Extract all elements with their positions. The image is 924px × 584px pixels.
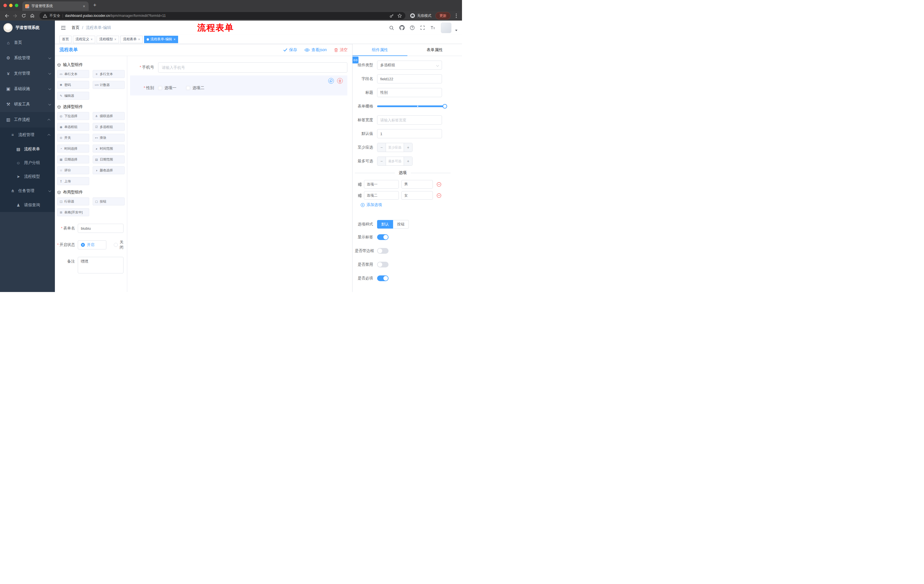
palette-item-time-range[interactable]: ◕时间范围	[92, 145, 125, 153]
copy-field-button[interactable]	[328, 78, 334, 84]
user-avatar[interactable]	[441, 23, 451, 33]
sidebar-item-task-mgmt[interactable]: ⋔ 任务管理	[0, 183, 55, 198]
reload-icon[interactable]	[20, 12, 28, 20]
required-switch[interactable]	[377, 275, 389, 281]
palette-item-color-picker[interactable]: ◑颜色选择	[92, 166, 125, 174]
view-json-button[interactable]: 查看json	[304, 48, 327, 53]
canvas-field-phone[interactable]: 手机号	[130, 62, 347, 72]
remove-option-button[interactable]	[437, 193, 441, 198]
palette-item-table[interactable]: ⊞表格[开发中]	[57, 208, 89, 216]
font-size-icon[interactable]	[429, 24, 437, 32]
checkbox-icon[interactable]	[186, 86, 190, 90]
palette-item-counter[interactable]: 123计数器	[92, 81, 125, 89]
checkbox-icon[interactable]	[158, 86, 162, 90]
update-button[interactable]: 更新	[436, 12, 450, 20]
new-tab-button[interactable]: +	[93, 2, 96, 9]
close-icon[interactable]: ×	[91, 38, 92, 41]
close-icon[interactable]: ×	[173, 38, 175, 41]
security-warning-icon[interactable]	[43, 14, 47, 18]
palette-item-checkbox-group[interactable]: ☑多选框组	[92, 123, 125, 131]
tag-process-definition[interactable]: 流程定义 ×	[73, 36, 95, 43]
sidebar-item-leave-query[interactable]: ♟ 请假查询	[0, 198, 55, 212]
palette-item-time-picker[interactable]: ◔时间选择	[57, 145, 89, 153]
form-remark-textarea[interactable]: 嘿嘿	[78, 257, 124, 273]
palette-item-multi-line-text[interactable]: ≡多行文本	[92, 70, 125, 78]
save-button[interactable]: 保存	[283, 48, 297, 53]
tab-form-props[interactable]: 表单属性	[408, 44, 462, 56]
style-button-button[interactable]: 按钮	[393, 220, 409, 229]
label-width-input[interactable]	[377, 115, 442, 125]
option-label-input[interactable]	[364, 180, 399, 189]
field-name-input[interactable]	[377, 74, 442, 84]
form-grid-slider[interactable]	[377, 102, 445, 111]
tag-process-model[interactable]: 流程模型 ×	[97, 36, 119, 43]
gender-option-1[interactable]: 选项一	[158, 86, 177, 90]
component-type-select[interactable]: 多选框组	[377, 61, 442, 70]
help-icon[interactable]	[408, 24, 416, 32]
minus-button[interactable]: −	[377, 157, 386, 165]
option-value-input[interactable]	[401, 191, 433, 200]
palette-item-row-container[interactable]: ◫行容器	[57, 197, 89, 206]
link-badge[interactable]	[353, 57, 358, 63]
fullscreen-icon[interactable]	[419, 24, 426, 32]
tag-process-form[interactable]: 流程表单 ×	[120, 36, 143, 43]
back-icon[interactable]	[3, 12, 10, 20]
sidebar-item-infra[interactable]: ▣ 基础设施	[0, 81, 55, 97]
delete-field-button[interactable]	[337, 78, 343, 84]
minimize-window-button[interactable]	[9, 4, 13, 7]
remove-option-button[interactable]	[437, 182, 441, 187]
browser-menu-icon[interactable]	[454, 12, 459, 20]
sidebar-item-process-mgmt[interactable]: ≡ 流程管理	[0, 127, 55, 142]
tab-close-icon[interactable]: ×	[82, 4, 86, 9]
home-icon[interactable]	[29, 12, 36, 20]
palette-item-editor[interactable]: ✎编辑器	[57, 92, 89, 100]
sidebar-item-home[interactable]: ⌂ 首页	[0, 35, 55, 50]
palette-item-single-line-text[interactable]: ▭单行文本	[57, 70, 89, 78]
title-input[interactable]	[377, 88, 442, 97]
clear-button[interactable]: 清空	[334, 48, 348, 53]
palette-item-switch[interactable]: ⊙开关	[57, 134, 89, 142]
minus-button[interactable]: −	[377, 143, 386, 152]
plus-button[interactable]: +	[404, 157, 412, 165]
address-bar[interactable]: 不安全 dashboard.yudao.iocoder.cn/bpm/manag…	[40, 12, 405, 20]
form-name-input[interactable]	[78, 224, 124, 233]
palette-item-rate[interactable]: ☆评分	[57, 166, 89, 174]
disabled-switch[interactable]	[377, 262, 389, 267]
sidebar-item-process-model[interactable]: ➤ 流程模型	[0, 170, 55, 183]
status-radio-off[interactable]: 关闭	[114, 240, 124, 250]
avatar-caret-icon[interactable]	[455, 30, 457, 31]
show-label-switch[interactable]	[377, 234, 389, 240]
drag-handle-icon[interactable]	[358, 194, 362, 197]
search-icon[interactable]	[388, 24, 395, 32]
url-text[interactable]: dashboard.yudao.iocoder.cn/bpm/manager/f…	[65, 14, 388, 18]
tag-home[interactable]: 首页	[59, 36, 71, 43]
style-default-button[interactable]: 默认	[377, 220, 393, 229]
option-value-input[interactable]	[401, 180, 433, 189]
sidebar-item-workflow[interactable]: ▥ 工作流程	[0, 112, 55, 127]
sidebar-item-payment[interactable]: ¥ 支付管理	[0, 66, 55, 81]
sidebar-item-process-form[interactable]: ▤ 流程表单	[0, 142, 55, 156]
tag-process-form-edit[interactable]: 流程表单-编辑 ×	[144, 36, 178, 43]
palette-item-upload[interactable]: ↥上传	[57, 177, 89, 185]
bookmark-star-icon[interactable]	[398, 13, 402, 18]
default-value-input[interactable]	[377, 129, 442, 138]
palette-item-select[interactable]: ◎下拉选择	[57, 112, 89, 120]
palette-item-date-picker[interactable]: ▦日期选择	[57, 155, 89, 163]
design-canvas[interactable]: 手机号	[127, 56, 352, 292]
palette-item-date-range[interactable]: ▤日期范围	[92, 155, 125, 163]
add-option-button[interactable]: 添加选项	[361, 202, 450, 207]
close-icon[interactable]: ×	[138, 38, 140, 41]
slider-handle[interactable]	[442, 104, 447, 109]
browser-tab[interactable]: 芋道管理系统 ×	[22, 2, 89, 11]
forward-icon[interactable]	[12, 12, 19, 20]
password-key-icon[interactable]	[389, 13, 394, 18]
sidebar-item-user-groups[interactable]: ☺ 用户分组	[0, 156, 55, 170]
border-switch[interactable]	[377, 248, 389, 254]
sidebar-logo[interactable]: 芋道管理系统	[0, 21, 55, 35]
palette-item-cascader[interactable]: ⋔级联选择	[92, 112, 125, 120]
status-radio-on[interactable]: 开启	[78, 240, 106, 249]
github-icon[interactable]	[398, 24, 406, 32]
breadcrumb-home[interactable]: 首页	[71, 25, 79, 30]
zoom-window-button[interactable]	[15, 4, 18, 7]
close-window-button[interactable]	[3, 4, 7, 7]
